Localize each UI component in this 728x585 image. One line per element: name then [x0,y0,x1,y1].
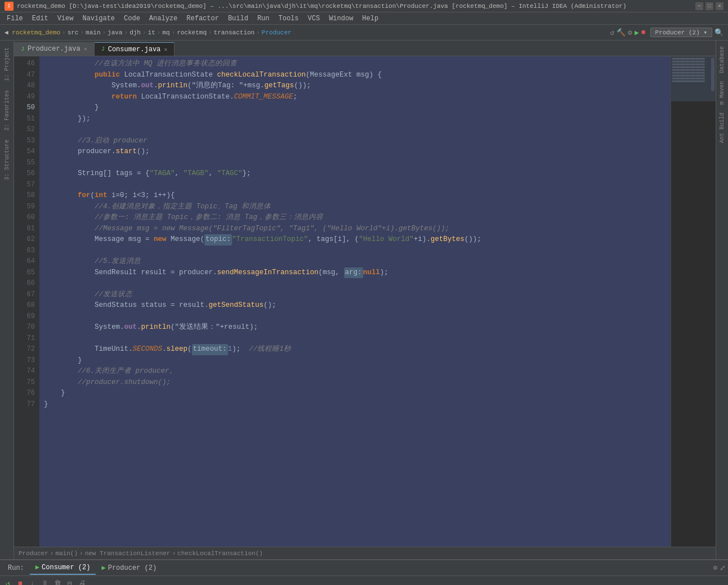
menu-window[interactable]: Window [324,14,358,24]
search-everywhere-icon[interactable]: 🔍 [714,28,723,37]
menu-analyze[interactable]: Analyze [145,14,182,24]
maximize-button[interactable]: □ [705,2,713,10]
cb-producer[interactable]: Producer [19,550,48,557]
code-line-66 [44,278,666,289]
code-line-50: } [44,102,666,114]
bc-transaction[interactable]: transaction [214,29,255,36]
refresh-icon[interactable]: ↺ [610,28,614,37]
stop-run-button[interactable]: ■ [15,578,26,586]
menu-run[interactable]: Run [253,14,274,24]
bc-it[interactable]: it [148,29,155,36]
pause-output-button[interactable]: ‖ [39,578,51,586]
code-line-64: //5.发送消息 [44,256,666,267]
ln-51: 51 [14,114,35,125]
scrollbar-area [711,56,714,547]
run-settings-icon[interactable]: ⚙ [713,564,717,572]
code-line-58: for(int i=0; i<3; i++){ [44,190,666,202]
tab-producer-close[interactable]: ✕ [84,46,87,52]
bc-src[interactable]: src [68,29,79,36]
menu-help[interactable]: Help [358,14,383,24]
menu-view[interactable]: View [53,14,78,24]
bc-producer[interactable]: Producer [262,29,292,36]
run-icon[interactable]: ▶ [635,28,639,37]
ln-58: 58 [14,190,35,202]
build-icon[interactable]: 🔨 [617,28,626,37]
editor-tabs: J Producer.java ✕ J Consumer.java ✕ [14,41,716,56]
filter-output-button[interactable]: ⊟ [64,578,75,586]
menu-tools[interactable]: Tools [274,14,303,24]
ln-52: 52 [14,124,35,136]
code-content[interactable]: //在该方法中 MQ 进行消息事务状态的回查 public LocalTrans… [39,56,671,547]
bc-djh[interactable]: djh [129,29,141,36]
menu-build[interactable]: Build [224,14,253,24]
title-bar: I rocketmq_demo [D:\java-test\idea2019\r… [0,0,728,12]
menu-code[interactable]: Code [119,14,145,24]
cb-check[interactable]: checkLocalTransaction() [177,550,263,557]
tab-consumer-close[interactable]: ✕ [164,46,167,53]
editor-area: J Producer.java ✕ J Consumer.java ✕ 46 4… [14,41,716,559]
code-line-65: SendResult result = producer.sendMessage… [44,267,666,279]
close-button[interactable]: ✕ [716,2,723,10]
minimize-button[interactable]: ─ [695,2,703,10]
menu-edit[interactable]: Edit [28,14,53,24]
ln-59: 59 [14,202,35,213]
sidebar-maven[interactable]: m Maven [718,78,726,108]
bc-nav-back[interactable]: ◀ [5,29,8,36]
settings-icon[interactable]: ⚙ [628,28,632,37]
tab-consumer-icon: J [101,46,105,52]
bc-main[interactable]: main [86,29,100,36]
sidebar-ant[interactable]: Ant Build [718,109,726,146]
tab-consumer[interactable]: J Consumer.java ✕ [95,42,175,56]
sidebar-item-structure[interactable]: 3: Structure [3,135,11,185]
ln-75: 75 [14,377,35,388]
cb-new-listener[interactable]: new TransactionListener [85,550,171,557]
code-line-69 [44,311,666,323]
rerun-button[interactable]: ↺ [2,578,14,586]
ln-46: 46 [14,59,35,70]
tab-consumer-label: Consumer.java [108,46,161,53]
code-line-49: return LocalTransactionState.COMMIT_MESS… [44,92,666,103]
tab-producer-label: Producer.java [28,45,81,53]
scrollbar-thumb[interactable] [711,57,714,91]
ln-77: 77 [14,399,35,410]
code-line-72: TimeUnit.SECONDS.sleep(timeout:1); //线程睡… [44,344,666,355]
bc-mq[interactable]: mq [162,29,169,36]
code-line-70: System.out.println("发送结果："+result); [44,322,666,333]
ln-64: 64 [14,256,35,267]
scroll-to-end-button[interactable]: ↓ [27,578,38,586]
menu-refactor[interactable]: Refactor [182,14,224,24]
producer-tab-label: Producer (2) [108,564,157,572]
ln-65: 65 [14,267,35,279]
code-line-57 [44,180,666,191]
menu-navigate[interactable]: Navigate [78,14,119,24]
bc-java[interactable]: java [108,29,122,36]
sidebar-item-project[interactable]: 1: Project [3,43,11,86]
sidebar-item-favorites[interactable]: 2: Favorites [3,86,11,135]
code-line-71 [44,333,666,345]
print-button[interactable]: 🖨 [77,578,88,586]
code-line-47: public LocalTransactionState checkLocalT… [44,70,666,81]
navigation-bar: ◀ rocketmq_demo › src › main › java › dj… [0,25,728,41]
bc-rocketmq[interactable]: rocketmq [177,29,207,36]
run-toolbar: ↺ ■ ↓ ‖ 🗑 ⊟ 🖨 [0,576,728,585]
bc-project[interactable]: rocketmq_demo [12,29,60,36]
consumer-tab-icon: ▶ [35,563,39,571]
clear-output-button[interactable]: 🗑 [52,578,63,586]
code-line-62: Message msg = new Message(topic:"Transac… [44,234,666,245]
ln-53: 53 [14,136,35,147]
menu-vcs[interactable]: VCS [303,14,325,24]
tab-producer[interactable]: J Producer.java ✕ [14,42,95,56]
run-tab-consumer[interactable]: ▶ Consumer (2) [30,561,96,575]
code-line-56: String[] tags = {"TAGA", "TAGB", "TAGC"}… [44,168,666,180]
run-tab-producer[interactable]: ▶ Producer (2) [96,561,162,574]
stop-icon[interactable]: ■ [641,28,646,37]
ln-73: 73 [14,355,35,367]
menu-file[interactable]: File [2,14,28,24]
cb-main[interactable]: main() [55,550,78,557]
sidebar-database[interactable]: Database [718,43,726,77]
run-expand-icon[interactable]: ⤢ [720,564,726,573]
run-config-dropdown[interactable]: Producer (2) ▾ [650,28,712,37]
ln-68: 68 [14,300,35,311]
code-line-74: //6.关闭生产者 producer。 [44,366,666,377]
code-line-73: } [44,355,666,367]
